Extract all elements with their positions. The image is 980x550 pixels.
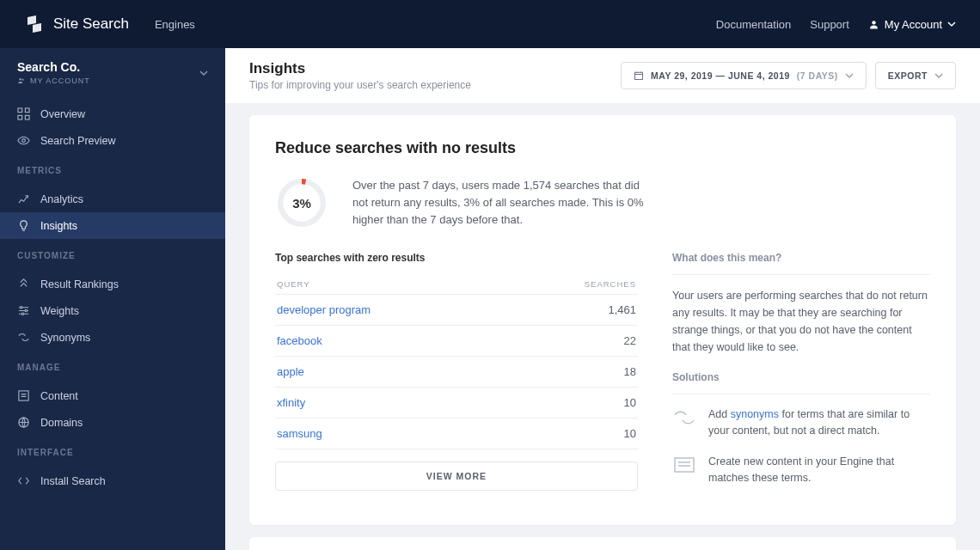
section-manage: MANAGE: [0, 354, 225, 377]
eye-icon: [17, 134, 30, 147]
query-link[interactable]: developer program: [277, 303, 371, 316]
code-icon: [17, 474, 30, 487]
sliders-icon: [17, 304, 30, 317]
user-icon: [868, 19, 879, 30]
topbar: Site Search Engines Documentation Suppor…: [0, 0, 980, 48]
link-synonyms[interactable]: synonyms: [731, 408, 779, 420]
svg-point-0: [872, 21, 875, 24]
svg-point-10: [21, 313, 23, 315]
engine-name: Search Co.: [17, 60, 90, 74]
help-text: Your users are performing searches that …: [672, 287, 930, 356]
query-link[interactable]: facebook: [277, 334, 322, 347]
svg-point-2: [22, 79, 24, 81]
table-row: developer program1,461: [275, 295, 638, 326]
grid-icon: [17, 107, 30, 120]
svg-rect-11: [19, 391, 28, 400]
svg-point-1: [20, 78, 22, 81]
gauge-percent: 3%: [275, 176, 328, 229]
chevron-down-icon: [934, 71, 943, 80]
col-query: QUERY: [277, 279, 310, 289]
product-name: Site Search: [53, 15, 129, 33]
link-support[interactable]: Support: [810, 18, 849, 31]
users-icon: [17, 76, 26, 85]
svg-point-7: [22, 139, 26, 143]
table-row: xfinity10: [275, 388, 638, 419]
content-icon: [672, 455, 696, 474]
card-no-results: Reduce searches with no results 3% Over …: [249, 115, 956, 525]
globe-icon: [17, 416, 30, 429]
svg-rect-13: [635, 72, 643, 79]
card-no-clickthroughs: Reduce searches with no clickthroughs: [249, 537, 956, 551]
help-title: What does this mean?: [672, 252, 930, 264]
query-link[interactable]: samsung: [277, 427, 322, 440]
page-title: Insights: [249, 60, 471, 77]
table-title: Top searches with zero results: [275, 252, 638, 264]
section-customize: CUSTOMIZE: [0, 242, 225, 266]
export-button[interactable]: EXPORT: [875, 62, 956, 89]
svg-rect-16: [675, 458, 694, 472]
chevron-down-icon: [947, 20, 956, 28]
summary-text: Over the past 7 days, users made 1,574 s…: [352, 177, 645, 229]
svg-rect-6: [25, 115, 29, 119]
account-menu[interactable]: My Account: [868, 18, 956, 31]
section-interface: INTERFACE: [0, 439, 225, 462]
view-more-button[interactable]: VIEW MORE: [275, 461, 638, 491]
nav-overview[interactable]: Overview: [0, 101, 225, 127]
main-content: Insights Tips for improving your user's …: [225, 48, 980, 550]
query-link[interactable]: xfinity: [277, 396, 305, 409]
rankings-icon: [17, 278, 30, 290]
svg-rect-4: [25, 108, 29, 113]
svg-rect-3: [18, 108, 22, 113]
solution-synonyms: Add synonyms for terms that are similar …: [672, 406, 930, 440]
table-row: facebook22: [275, 326, 638, 357]
calendar-icon: [634, 70, 644, 81]
account-label: My Account: [885, 18, 942, 31]
nav-search-preview[interactable]: Search Preview: [0, 127, 225, 154]
svg-rect-5: [18, 115, 22, 119]
svg-point-9: [25, 309, 27, 311]
nav-synonyms[interactable]: Synonyms: [0, 324, 225, 351]
svg-point-8: [20, 307, 21, 309]
tab-engines[interactable]: Engines: [155, 18, 195, 31]
gauge: 3%: [275, 176, 328, 229]
content-icon: [17, 389, 30, 402]
table-row: samsung10: [275, 419, 638, 449]
query-link[interactable]: apple: [277, 365, 304, 378]
engine-selector[interactable]: Search Co. MY ACCOUNT: [0, 48, 225, 95]
page-header: Insights Tips for improving your user's …: [225, 48, 980, 103]
col-searches: SEARCHES: [585, 279, 636, 289]
logo-icon: [24, 14, 45, 34]
chart-icon: [17, 192, 30, 205]
synonyms-icon: [17, 331, 30, 344]
table-header: QUERY SEARCHES: [275, 274, 638, 295]
nav-analytics[interactable]: Analytics: [0, 186, 225, 212]
solution-content: Create new content in your Engine that m…: [672, 454, 930, 487]
chevron-down-icon: [845, 71, 854, 80]
nav-content[interactable]: Content: [0, 382, 225, 409]
page-subtitle: Tips for improving your user's search ex…: [249, 79, 471, 91]
bulb-icon: [17, 219, 30, 232]
chevron-down-icon: [199, 69, 208, 77]
table-row: apple18: [275, 357, 638, 388]
solutions-title: Solutions: [672, 371, 930, 383]
nav-insights[interactable]: Insights: [0, 212, 225, 239]
synonyms-icon: [672, 408, 696, 427]
divider: [672, 274, 930, 275]
link-documentation[interactable]: Documentation: [716, 18, 791, 31]
date-range-picker[interactable]: MAY 29, 2019 — JUNE 4, 2019 (7 DAYS): [621, 62, 867, 89]
logo[interactable]: Site Search: [24, 14, 129, 34]
card-title: Reduce searches with no results: [275, 139, 930, 157]
nav-result-rankings[interactable]: Result Rankings: [0, 271, 225, 297]
section-metrics: METRICS: [0, 157, 225, 180]
sidebar: Search Co. MY ACCOUNT Overview Search Pr…: [0, 48, 225, 550]
nav-domains[interactable]: Domains: [0, 409, 225, 436]
nav-weights[interactable]: Weights: [0, 297, 225, 324]
engine-subtitle: MY ACCOUNT: [17, 76, 90, 85]
nav-install-search[interactable]: Install Search: [0, 468, 225, 494]
divider: [672, 394, 930, 394]
